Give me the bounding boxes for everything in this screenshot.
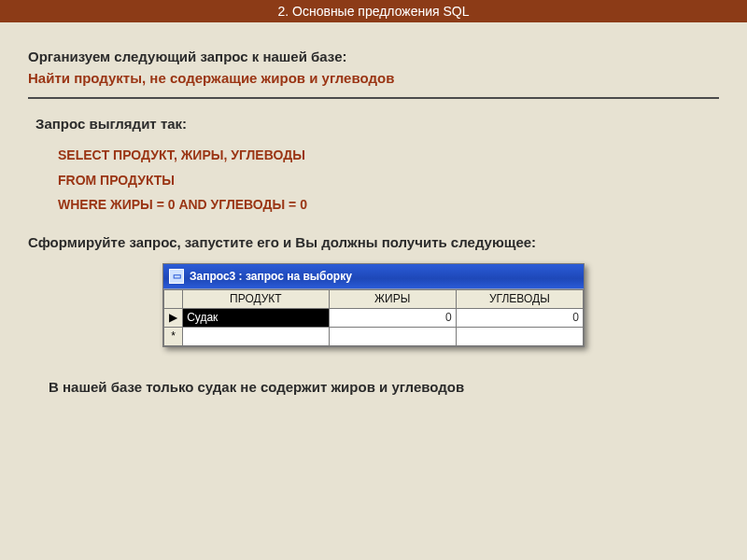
window-title: Запрос3 : запрос на выборку <box>190 270 352 283</box>
cell-fat: 0 <box>329 308 456 327</box>
cell-product <box>183 327 329 345</box>
query-label: Запрос выглядит так: <box>35 116 719 132</box>
table-row: ▶ Судак 0 0 <box>164 308 584 327</box>
header-selector <box>164 289 183 308</box>
cell-carb <box>456 327 583 345</box>
sql-from: FROM ПРОДУКТЫ <box>58 168 719 193</box>
cell-fat <box>329 327 456 345</box>
divider <box>28 97 719 99</box>
intro-line: Организуем следующий запрос к нашей базе… <box>28 49 719 64</box>
slide-title: 2. Основные предложения SQL <box>0 0 747 22</box>
db-window: ▭ Запрос3 : запрос на выборку ПРОДУКТ ЖИ… <box>162 263 585 347</box>
window-icon: ▭ <box>169 269 184 284</box>
table-header-row: ПРОДУКТ ЖИРЫ УГЛЕВОДЫ <box>164 289 584 308</box>
conclusion: В нашей базе только судак не содержит жи… <box>49 379 719 395</box>
run-instruction: Сформируйте запрос, запустите его и Вы д… <box>28 234 719 250</box>
table-row: * <box>164 327 584 345</box>
col-fat: ЖИРЫ <box>329 289 456 308</box>
row-selector: ▶ <box>164 308 183 327</box>
col-product: ПРОДУКТ <box>183 289 329 308</box>
col-carb: УГЛЕВОДЫ <box>456 289 583 308</box>
sql-where: WHERE ЖИРЫ = 0 AND УГЛЕВОДЫ = 0 <box>58 192 719 217</box>
sql-query: SELECT ПРОДУКТ, ЖИРЫ, УГЛЕВОДЫ FROM ПРОД… <box>58 143 719 217</box>
cell-carb: 0 <box>456 308 583 327</box>
row-selector: * <box>164 327 183 345</box>
db-titlebar: ▭ Запрос3 : запрос на выборку <box>163 264 584 288</box>
db-grid: ПРОДУКТ ЖИРЫ УГЛЕВОДЫ ▶ Судак 0 0 * <box>163 288 584 346</box>
cell-product: Судак <box>183 308 329 327</box>
task-description: Найти продукты, не содержащие жиров и уг… <box>28 70 719 86</box>
sql-select: SELECT ПРОДУКТ, ЖИРЫ, УГЛЕВОДЫ <box>58 143 719 168</box>
content-area: Организуем следующий запрос к нашей базе… <box>0 22 747 395</box>
